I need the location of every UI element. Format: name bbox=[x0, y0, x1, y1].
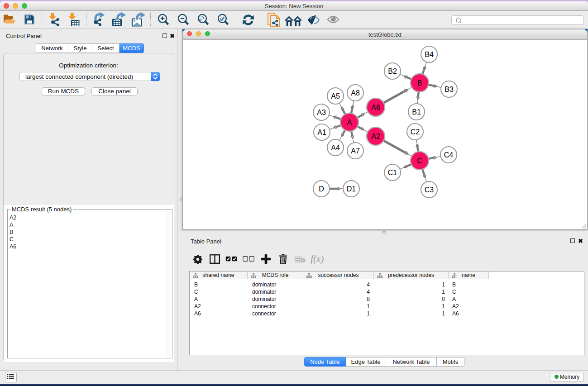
svg-text:C3: C3 bbox=[425, 186, 434, 194]
svg-text:C4: C4 bbox=[444, 151, 454, 159]
svg-text:B3: B3 bbox=[445, 86, 454, 93]
svg-text:D1: D1 bbox=[347, 185, 356, 193]
svg-text:C2: C2 bbox=[411, 128, 420, 136]
svg-text:A8: A8 bbox=[351, 89, 360, 97]
svg-text:B2: B2 bbox=[388, 67, 397, 75]
svg-text:A2: A2 bbox=[371, 133, 380, 140]
svg-text:A7: A7 bbox=[351, 147, 360, 155]
svg-text:C1: C1 bbox=[388, 169, 397, 176]
svg-text:B1: B1 bbox=[412, 108, 421, 116]
svg-text:B4: B4 bbox=[425, 51, 434, 58]
svg-text:A4: A4 bbox=[331, 144, 340, 152]
svg-text:A3: A3 bbox=[317, 109, 326, 116]
svg-text:A5: A5 bbox=[331, 92, 340, 100]
svg-text:A1: A1 bbox=[317, 129, 326, 136]
svg-text:B: B bbox=[417, 79, 422, 87]
svg-text:A: A bbox=[347, 119, 352, 126]
svg-text:A6: A6 bbox=[371, 104, 380, 111]
svg-text:D: D bbox=[319, 185, 324, 193]
svg-text:C: C bbox=[417, 157, 422, 165]
